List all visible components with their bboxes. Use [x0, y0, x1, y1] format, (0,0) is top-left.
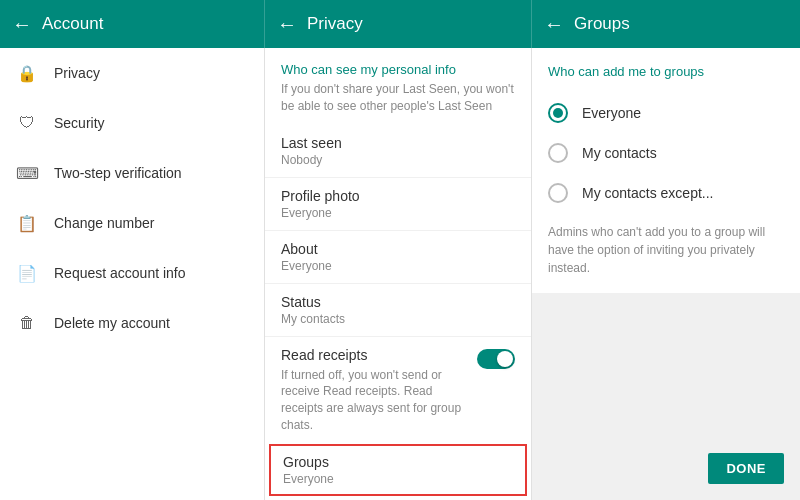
- account-item-security[interactable]: 🛡 Security: [0, 98, 264, 148]
- account-item-two-step[interactable]: ⌨ Two-step verification: [0, 148, 264, 198]
- groups-panel-wrapper: Who can add me to groups Everyone My con…: [532, 48, 800, 500]
- privacy-icon: 🔒: [16, 62, 38, 84]
- account-header-title: Account: [42, 14, 103, 34]
- header-bar: ← Account ← Privacy ← Groups: [0, 0, 800, 48]
- read-receipts-label: Read receipts: [281, 347, 467, 363]
- security-label: Security: [54, 115, 105, 131]
- my-contacts-except-radio[interactable]: [548, 183, 568, 203]
- last-seen-label: Last seen: [281, 135, 515, 151]
- privacy-item-about[interactable]: About Everyone: [265, 231, 531, 284]
- groups-back-button[interactable]: ←: [544, 14, 564, 34]
- request-info-icon: 📄: [16, 262, 38, 284]
- read-receipts-toggle[interactable]: [477, 349, 515, 369]
- profile-photo-label: Profile photo: [281, 188, 515, 204]
- account-item-change-number[interactable]: 📋 Change number: [0, 198, 264, 248]
- delete-label: Delete my account: [54, 315, 170, 331]
- privacy-item-profile-photo[interactable]: Profile photo Everyone: [265, 178, 531, 231]
- privacy-header: ← Privacy: [265, 0, 532, 48]
- change-number-label: Change number: [54, 215, 154, 231]
- privacy-item-read-receipts[interactable]: Read receipts If turned off, you won't s…: [265, 337, 531, 444]
- privacy-item-status[interactable]: Status My contacts: [265, 284, 531, 337]
- about-value: Everyone: [281, 259, 515, 273]
- account-panel: 🔒 Privacy 🛡 Security ⌨ Two-step verifica…: [0, 48, 265, 500]
- groups-section-title: Who can add me to groups: [548, 64, 784, 79]
- privacy-section-desc: If you don't share your Last Seen, you w…: [265, 81, 531, 125]
- my-contacts-except-label: My contacts except...: [582, 185, 714, 201]
- privacy-label: Privacy: [54, 65, 100, 81]
- status-value: My contacts: [281, 312, 515, 326]
- main-content: 🔒 Privacy 🛡 Security ⌨ Two-step verifica…: [0, 48, 800, 500]
- groups-note: Admins who can't add you to a group will…: [548, 223, 784, 277]
- my-contacts-label: My contacts: [582, 145, 657, 161]
- everyone-label: Everyone: [582, 105, 641, 121]
- account-item-delete[interactable]: 🗑 Delete my account: [0, 298, 264, 348]
- done-button[interactable]: DONE: [708, 453, 784, 484]
- privacy-section-title: Who can see my personal info: [265, 48, 531, 81]
- two-step-icon: ⌨: [16, 162, 38, 184]
- two-step-label: Two-step verification: [54, 165, 182, 181]
- groups-label: Groups: [283, 454, 513, 470]
- delete-icon: 🗑: [16, 312, 38, 334]
- last-seen-value: Nobody: [281, 153, 515, 167]
- groups-header: ← Groups: [532, 0, 800, 48]
- privacy-back-button[interactable]: ←: [277, 14, 297, 34]
- my-contacts-radio[interactable]: [548, 143, 568, 163]
- account-item-privacy[interactable]: 🔒 Privacy: [0, 48, 264, 98]
- read-receipts-text: Read receipts If turned off, you won't s…: [281, 347, 467, 434]
- groups-option-everyone[interactable]: Everyone: [548, 93, 784, 133]
- account-back-button[interactable]: ←: [12, 14, 32, 34]
- change-number-icon: 📋: [16, 212, 38, 234]
- privacy-header-title: Privacy: [307, 14, 363, 34]
- privacy-item-groups[interactable]: Groups Everyone: [269, 444, 527, 496]
- privacy-item-live-location[interactable]: Live location None: [265, 496, 531, 500]
- account-item-request-info[interactable]: 📄 Request account info: [0, 248, 264, 298]
- status-label: Status: [281, 294, 515, 310]
- privacy-item-last-seen[interactable]: Last seen Nobody: [265, 125, 531, 178]
- account-header: ← Account: [0, 0, 265, 48]
- request-info-label: Request account info: [54, 265, 186, 281]
- groups-panel: Who can add me to groups Everyone My con…: [532, 48, 800, 293]
- groups-option-my-contacts[interactable]: My contacts: [548, 133, 784, 173]
- read-receipts-desc: If turned off, you won't send or receive…: [281, 367, 467, 434]
- security-icon: 🛡: [16, 112, 38, 134]
- everyone-radio[interactable]: [548, 103, 568, 123]
- about-label: About: [281, 241, 515, 257]
- profile-photo-value: Everyone: [281, 206, 515, 220]
- groups-value: Everyone: [283, 472, 513, 486]
- groups-header-title: Groups: [574, 14, 630, 34]
- groups-option-my-contacts-except[interactable]: My contacts except...: [548, 173, 784, 213]
- privacy-panel: Who can see my personal info If you don'…: [265, 48, 532, 500]
